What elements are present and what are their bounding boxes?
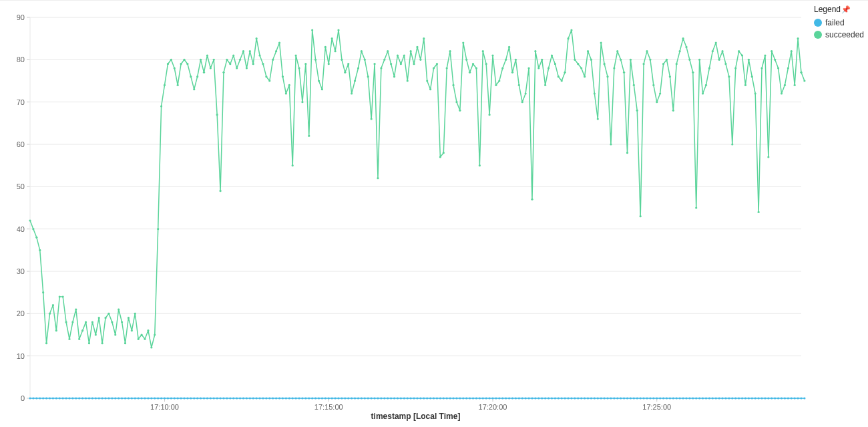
svg-point-114 [268,80,270,82]
svg-point-436 [548,397,550,399]
svg-point-425 [511,397,513,399]
svg-point-173 [462,41,464,43]
svg-point-314 [147,397,149,399]
svg-point-44 [39,249,41,251]
svg-point-172 [459,110,461,112]
svg-point-445 [577,397,579,399]
svg-point-100 [222,72,224,74]
svg-point-88 [183,59,185,61]
svg-point-131 [324,46,327,48]
svg-point-140 [354,80,356,82]
svg-point-132 [328,63,330,65]
svg-point-391 [400,397,402,399]
svg-point-508 [784,397,786,399]
svg-point-51 [62,295,64,297]
svg-point-216 [604,63,606,65]
legend-swatch-succeeded [814,31,822,39]
svg-point-392 [403,397,405,399]
svg-point-333 [210,397,212,399]
svg-point-192 [525,92,527,94]
svg-point-193 [527,67,529,69]
svg-point-507 [781,397,783,399]
svg-point-386 [383,397,385,399]
svg-point-78 [150,346,152,348]
svg-point-276 [800,72,802,74]
svg-point-497 [748,397,750,399]
svg-point-198 [544,84,546,86]
svg-point-504 [771,397,773,399]
svg-point-450 [594,397,596,399]
svg-point-356 [285,397,287,399]
svg-point-394 [410,397,412,399]
svg-point-368 [324,397,327,399]
svg-point-304 [114,397,116,399]
pin-icon[interactable]: 📌 [841,5,851,14]
svg-point-46 [45,342,47,344]
svg-text:30: 30 [17,267,25,275]
chart-plot-area[interactable]: 010203040506070809017:10:0017:15:0017:20… [0,1,811,427]
svg-point-348 [258,397,260,399]
legend-item-succeeded[interactable]: succeeded [814,30,865,39]
svg-point-282 [42,397,44,399]
svg-point-447 [584,397,586,399]
svg-point-215 [600,41,602,43]
svg-point-63 [101,342,103,344]
svg-point-385 [380,397,382,399]
svg-point-108 [249,50,251,52]
svg-point-104 [236,67,238,69]
svg-point-119 [285,92,287,94]
svg-point-458 [620,397,622,399]
svg-point-189 [515,59,517,61]
svg-point-220 [616,50,618,52]
svg-point-208 [577,63,579,65]
svg-point-167 [443,152,445,154]
svg-point-336 [219,397,221,399]
svg-point-354 [278,397,280,399]
svg-point-227 [640,215,642,217]
svg-point-260 [748,59,750,61]
svg-point-495 [741,397,743,399]
svg-point-468 [652,397,654,399]
svg-point-483 [702,397,704,399]
svg-point-431 [531,397,533,399]
svg-point-151 [390,63,392,65]
svg-text:17:15:00: 17:15:00 [314,403,343,411]
svg-point-469 [656,397,658,399]
svg-point-292 [75,397,77,399]
svg-point-359 [295,397,297,399]
legend-item-failed[interactable]: failed [814,18,865,27]
svg-point-190 [518,84,520,86]
svg-point-494 [738,397,740,399]
svg-point-90 [190,76,192,78]
svg-point-426 [515,397,517,399]
svg-point-452 [600,397,602,399]
svg-text:17:25:00: 17:25:00 [642,403,671,411]
svg-point-397 [419,397,421,399]
svg-point-470 [659,397,661,399]
svg-point-126 [308,135,310,137]
svg-point-92 [196,76,198,78]
svg-point-202 [558,76,560,78]
svg-point-376 [351,397,353,399]
svg-point-118 [282,76,284,78]
svg-text:60: 60 [17,140,25,148]
svg-point-106 [242,50,244,52]
svg-point-467 [649,397,651,399]
svg-point-435 [544,397,546,399]
svg-point-408 [455,397,457,399]
svg-point-489 [721,397,723,399]
svg-point-226 [636,110,638,112]
svg-point-374 [344,397,346,399]
svg-point-398 [423,397,425,399]
svg-point-73 [134,313,136,315]
svg-point-321 [170,397,172,399]
svg-point-112 [262,63,264,65]
svg-point-327 [190,397,192,399]
svg-point-278 [29,397,31,399]
svg-point-272 [787,67,789,69]
svg-point-402 [436,397,438,399]
svg-point-105 [239,59,241,61]
svg-point-243 [692,72,694,74]
svg-point-380 [364,397,366,399]
svg-point-171 [455,101,457,103]
